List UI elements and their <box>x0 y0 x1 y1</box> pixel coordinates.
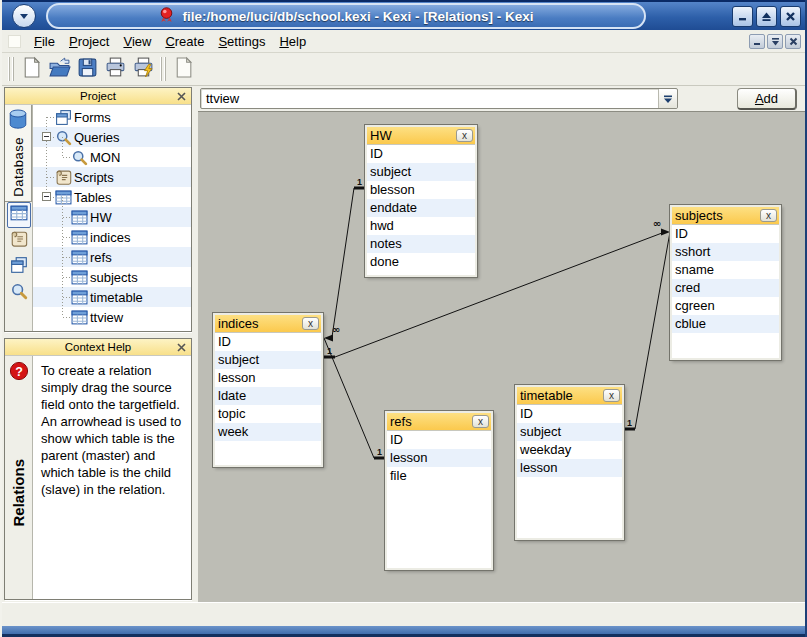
toolbar-grip[interactable] <box>8 57 14 81</box>
svg-text:∞: ∞ <box>653 218 661 229</box>
menu-item-view[interactable]: View <box>116 31 158 52</box>
field-row-done[interactable]: done <box>367 253 475 271</box>
field-row-enddate[interactable]: enddate <box>367 199 475 217</box>
field-row-subject[interactable]: subject <box>215 351 321 369</box>
close-icon[interactable]: x <box>302 317 319 330</box>
field-row-id[interactable]: ID <box>367 145 475 163</box>
tab-database[interactable]: Database <box>5 105 32 202</box>
field-row-sshort[interactable]: sshort <box>672 243 779 261</box>
sidebar-tool-tables[interactable] <box>7 202 31 228</box>
new-document-button[interactable] <box>17 55 45 83</box>
table-header[interactable]: refsx <box>387 413 491 431</box>
field-row-lesson[interactable]: lesson <box>517 459 622 477</box>
field-row-lesson[interactable]: lesson <box>215 369 321 387</box>
sidebar-item-hw[interactable]: HW <box>33 207 191 227</box>
new-object-button[interactable] <box>169 55 197 83</box>
window-menu-button[interactable] <box>12 4 36 28</box>
close-icon[interactable]: x <box>472 415 489 428</box>
sidebar-item-mon[interactable]: MON <box>33 147 191 167</box>
close-button[interactable] <box>780 6 801 27</box>
maximize-button[interactable] <box>756 6 777 27</box>
table-header[interactable]: subjectsx <box>672 207 779 225</box>
field-row-notes[interactable]: notes <box>367 235 475 253</box>
field-row-ldate[interactable]: ldate <box>215 387 321 405</box>
relation-table-refs[interactable]: refsxIDlessonfile <box>385 411 493 570</box>
context-help-panel: Context Help ? Relations To create a rel… <box>4 338 192 600</box>
relations-canvas[interactable]: 1∞11∞1 HWxIDsubjectblessonenddatehwdnote… <box>198 112 805 602</box>
relation-table-HW[interactable]: HWxIDsubjectblessonenddatehwdnotesdone <box>365 125 477 277</box>
open-file-button[interactable] <box>45 55 73 83</box>
field-row-id[interactable]: ID <box>672 225 779 243</box>
field-row-file[interactable]: file <box>387 467 491 485</box>
close-icon[interactable] <box>174 90 189 103</box>
relation-table-timetable[interactable]: timetablexIDsubjectweekdaylesson <box>515 385 624 540</box>
sidebar-item-timetable[interactable]: timetable <box>33 287 191 307</box>
menu-item-project[interactable]: Project <box>62 31 116 52</box>
sidebar-item-indices[interactable]: indices <box>33 227 191 247</box>
close-icon[interactable]: x <box>603 389 620 402</box>
close-icon[interactable] <box>174 341 189 354</box>
field-row-hwd[interactable]: hwd <box>367 217 475 235</box>
project-panel-header[interactable]: Project <box>5 88 191 105</box>
menu-item-help[interactable]: Help <box>272 31 313 52</box>
menu-item-settings[interactable]: Settings <box>211 31 272 52</box>
field-row-topic[interactable]: topic <box>215 405 321 423</box>
tree-item-label: Forms <box>74 110 111 125</box>
svg-text:1: 1 <box>627 418 632 428</box>
sidebar-item-refs[interactable]: refs <box>33 247 191 267</box>
field-row-id[interactable]: ID <box>387 431 491 449</box>
relation-table-subjects[interactable]: subjectsxIDsshortsnamecredcgreencblue <box>670 205 781 360</box>
field-row-sname[interactable]: sname <box>672 261 779 279</box>
context-help-text: To create a relation simply drag the sou… <box>33 356 191 599</box>
relation-table-indices[interactable]: indicesxIDsubjectlessonldatetopicweek <box>213 313 323 467</box>
quick-print-button[interactable] <box>129 55 157 83</box>
field-row-week[interactable]: week <box>215 423 321 441</box>
sidebar-tool-queries[interactable] <box>7 280 31 306</box>
menu-item-create[interactable]: Create <box>158 31 211 52</box>
close-icon[interactable]: x <box>456 129 473 142</box>
collapse-expander-icon[interactable] <box>42 132 51 141</box>
help-paragraph: An arrowhead is used to show which table… <box>41 413 185 498</box>
sidebar-tool-forms[interactable] <box>7 254 31 280</box>
chevron-down-icon[interactable] <box>658 89 677 108</box>
save-button[interactable] <box>73 55 101 83</box>
table-header[interactable]: indicesx <box>215 315 321 333</box>
svg-text:1: 1 <box>377 447 382 457</box>
field-row-cgreen[interactable]: cgreen <box>672 297 779 315</box>
sidebar-item-ttview[interactable]: ttview <box>33 307 191 327</box>
field-row-cred[interactable]: cred <box>672 279 779 297</box>
sidebar-item-tables[interactable]: Tables <box>33 187 191 207</box>
field-row-id[interactable]: ID <box>517 405 622 423</box>
table-selector-combobox[interactable]: ttview <box>200 88 678 109</box>
sidebar-item-scripts[interactable]: Scripts <box>33 167 191 187</box>
field-row-subject[interactable]: subject <box>517 423 622 441</box>
close-icon[interactable]: x <box>760 209 777 222</box>
table-header[interactable]: HWx <box>367 127 475 145</box>
toolbar-grip[interactable] <box>160 57 166 81</box>
field-row-blesson[interactable]: blesson <box>367 181 475 199</box>
sidebar-item-forms[interactable]: Forms <box>33 107 191 127</box>
field-row-id[interactable]: ID <box>215 333 321 351</box>
print-button[interactable] <box>101 55 129 83</box>
field-row-lesson[interactable]: lesson <box>387 449 491 467</box>
tree-item-label: refs <box>90 250 112 265</box>
context-help-header[interactable]: Context Help <box>5 339 191 356</box>
mdi-minimize-button[interactable] <box>749 34 765 49</box>
field-row-subject[interactable]: subject <box>367 163 475 181</box>
add-button[interactable]: Add <box>737 88 797 110</box>
context-help-strip: ? Relations <box>5 356 33 599</box>
sidebar-item-queries[interactable]: Queries <box>33 127 191 147</box>
menu-item-file[interactable]: File <box>27 31 62 52</box>
field-row-weekday[interactable]: weekday <box>517 441 622 459</box>
sidebar-item-subjects[interactable]: subjects <box>33 267 191 287</box>
table-header[interactable]: timetablex <box>517 387 622 405</box>
mdi-close-button[interactable] <box>785 34 801 49</box>
form-icon <box>55 109 72 126</box>
minimize-button[interactable] <box>732 6 753 27</box>
field-row-cblue[interactable]: cblue <box>672 315 779 333</box>
tree-item-label: Queries <box>74 130 120 145</box>
query-icon <box>55 129 72 146</box>
sidebar-tool-scripts[interactable] <box>7 228 31 254</box>
mdi-restore-button[interactable] <box>767 34 783 49</box>
collapse-expander-icon[interactable] <box>42 192 51 201</box>
